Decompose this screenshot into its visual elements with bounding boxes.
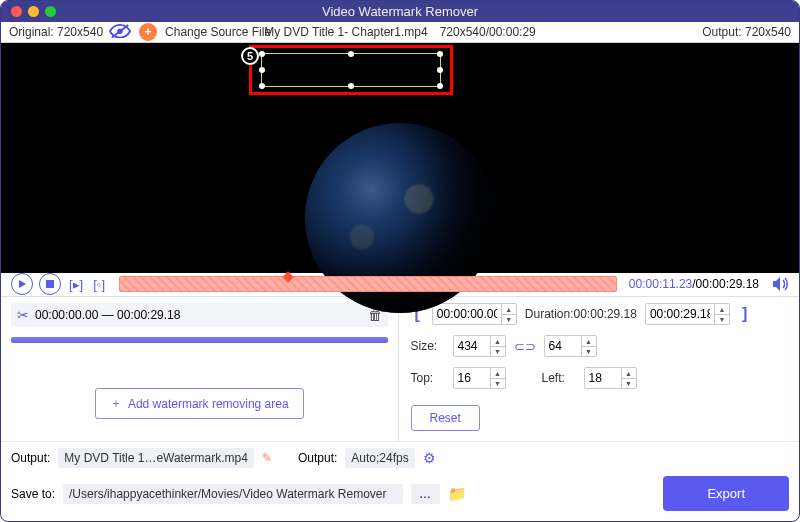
playhead-icon[interactable]	[282, 272, 293, 283]
main-panels: ✂ 00:00:00.00 — 00:00:29.18 🗑 ＋ Add wate…	[1, 297, 799, 441]
source-info: 720x540/00:00:29	[440, 25, 536, 39]
save-path: /Users/ihappyacethinker/Movies/Video Wat…	[63, 484, 403, 504]
titlebar: Video Watermark Remover	[1, 1, 799, 22]
add-source-icon[interactable]: +	[139, 23, 157, 41]
left-input[interactable]: ▲▼	[584, 367, 637, 389]
properties-panel: [ ▲▼ Duration:00:00:29.18 ▲▼ ] Size: ▲▼ …	[399, 297, 800, 441]
open-folder-icon[interactable]: 📁	[448, 485, 467, 503]
segment-range: 00:00:00.00 — 00:00:29.18	[35, 308, 180, 322]
link-dimensions-icon[interactable]: ⊂⊃	[514, 339, 536, 354]
segments-panel: ✂ 00:00:00.00 — 00:00:29.18 🗑 ＋ Add wate…	[1, 297, 399, 441]
timecode: 00:00:11.23/00:00:29.18	[629, 277, 759, 291]
left-label: Left:	[542, 371, 576, 385]
stop-button[interactable]	[39, 273, 61, 295]
mark-out-button[interactable]: [◦]	[91, 277, 107, 292]
volume-icon[interactable]	[771, 275, 789, 293]
edit-filename-icon[interactable]: ✎	[262, 451, 272, 465]
height-input[interactable]: ▲▼	[544, 335, 597, 357]
range-end-input[interactable]: ▲▼	[645, 303, 730, 325]
video-preview[interactable]: 5	[1, 43, 799, 273]
chevron-up-icon[interactable]: ▲	[502, 304, 516, 314]
timeline-scrubber[interactable]	[119, 276, 617, 292]
export-button[interactable]: Export	[663, 476, 789, 511]
watermark-selection-box[interactable]	[261, 53, 441, 87]
play-button[interactable]	[11, 273, 33, 295]
preview-toggle-icon[interactable]	[109, 24, 131, 40]
chevron-up-icon[interactable]: ▲	[715, 304, 729, 314]
reset-button[interactable]: Reset	[411, 405, 480, 431]
chevron-down-icon[interactable]: ▼	[502, 314, 516, 324]
output-settings-label: Output:	[298, 451, 337, 465]
source-filename: My DVD Title 1- Chapter1.mp4	[264, 25, 427, 39]
width-input[interactable]: ▲▼	[453, 335, 506, 357]
original-dimensions: Original: 720x540	[9, 25, 103, 39]
size-label: Size:	[411, 339, 445, 353]
output-label: Output:	[11, 451, 50, 465]
svg-rect-2	[46, 280, 54, 288]
settings-gear-icon[interactable]: ⚙	[423, 450, 436, 466]
output-filename: My DVD Title 1…eWatermark.mp4	[58, 448, 254, 468]
top-input[interactable]: ▲▼	[453, 367, 506, 389]
add-watermark-area-button[interactable]: ＋ Add watermark removing area	[95, 388, 304, 419]
browse-path-button[interactable]: …	[411, 484, 440, 504]
window-title: Video Watermark Remover	[1, 4, 799, 19]
change-source-button[interactable]: Change Source File	[165, 25, 271, 39]
plus-icon: ＋	[110, 395, 122, 412]
segment-row[interactable]: ✂ 00:00:00.00 — 00:00:29.18 🗑	[11, 303, 388, 327]
output-dimensions: Output: 720x540	[702, 25, 791, 39]
scissors-icon: ✂	[17, 307, 29, 323]
toolbar: Original: 720x540 + Change Source File M…	[1, 22, 799, 43]
save-to-label: Save to:	[11, 487, 55, 501]
mark-in-button[interactable]: [▸]	[67, 277, 85, 292]
top-label: Top:	[411, 371, 445, 385]
segment-bar[interactable]	[11, 337, 388, 343]
output-settings: Auto;24fps	[345, 448, 414, 468]
annotation-step-badge: 5	[241, 47, 259, 65]
chevron-down-icon[interactable]: ▼	[715, 314, 729, 324]
app-window: Video Watermark Remover Original: 720x54…	[0, 0, 800, 522]
range-end-bracket-button[interactable]: ]	[738, 305, 751, 323]
footer-panel: Output: My DVD Title 1…eWatermark.mp4 ✎ …	[1, 441, 799, 521]
range-start-input[interactable]: ▲▼	[432, 303, 517, 325]
duration-label: Duration:00:00:29.18	[525, 307, 637, 321]
